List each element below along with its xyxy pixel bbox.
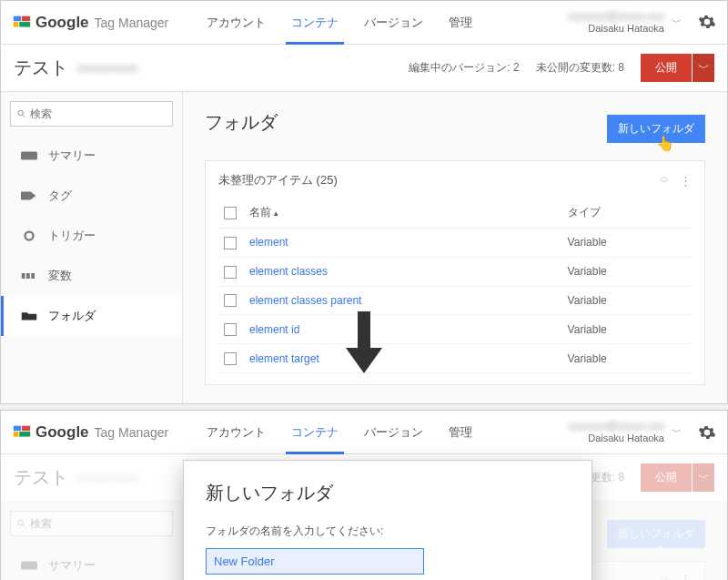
row-checkbox[interactable] bbox=[224, 294, 237, 307]
logo-google-text: Google bbox=[35, 423, 89, 442]
svg-rect-2 bbox=[14, 22, 19, 27]
svg-rect-10 bbox=[26, 273, 30, 279]
new-folder-button[interactable]: 新しいフォルダ 👆 bbox=[607, 115, 705, 143]
table-row[interactable]: element targetVariable bbox=[218, 344, 692, 373]
summary-icon bbox=[21, 560, 37, 571]
panel-header: 未整理のアイテム (25) ︿﹀ ⋮ bbox=[218, 172, 692, 188]
container-id-redacted: xxxxxxxxxxx bbox=[77, 62, 137, 75]
search-box[interactable] bbox=[10, 101, 173, 127]
row-name[interactable]: element classes bbox=[244, 257, 562, 286]
row-type: Variable bbox=[562, 257, 692, 286]
col-name[interactable]: 名前 bbox=[244, 198, 562, 229]
frame-after: Google Tag Manager アカウント コンテナ バージョン 管理 x… bbox=[0, 410, 728, 580]
variable-icon bbox=[21, 270, 37, 281]
header-right: xxxxxxx@xxxxx.xxx Daisaku Hataoka ﹀ bbox=[568, 420, 716, 445]
gtm-logo-icon bbox=[12, 13, 32, 33]
header-tabs: アカウント コンテナ バージョン 管理 bbox=[194, 411, 485, 454]
user-email-redacted: xxxxxxx@xxxxx.xxx bbox=[568, 420, 664, 432]
table-row[interactable]: elementVariable bbox=[218, 229, 692, 258]
account-switcher[interactable]: xxxxxxx@xxxxx.xxx Daisaku Hataoka bbox=[568, 10, 664, 36]
svg-marker-13 bbox=[346, 348, 382, 373]
more-vert-icon: ⋮ bbox=[680, 573, 692, 580]
sidebar-item-folders[interactable]: フォルダ bbox=[1, 296, 182, 336]
select-all-checkbox[interactable] bbox=[224, 207, 237, 219]
user-display-name: Daisaku Hataoka bbox=[588, 432, 664, 444]
row-type: Variable bbox=[562, 344, 692, 373]
sidebar-label: トリガー bbox=[48, 228, 96, 244]
row-checkbox[interactable] bbox=[224, 266, 237, 279]
table-row[interactable]: element classesVariable bbox=[218, 257, 692, 286]
publish-group: 公開 ﹀ bbox=[641, 463, 714, 492]
svg-rect-17 bbox=[19, 432, 30, 437]
arrow-down-icon bbox=[341, 311, 387, 375]
sidebar: サマリー タグ bbox=[1, 502, 183, 580]
svg-line-5 bbox=[23, 115, 25, 117]
svg-line-19 bbox=[23, 525, 25, 527]
row-checkbox[interactable] bbox=[224, 323, 237, 336]
top-header: Google Tag Manager アカウント コンテナ バージョン 管理 x… bbox=[1, 411, 727, 454]
header-tabs: アカウント コンテナ バージョン 管理 bbox=[194, 1, 485, 45]
table-row[interactable]: element idVariable bbox=[218, 315, 692, 344]
sidebar-item-triggers[interactable]: トリガー bbox=[1, 216, 182, 256]
gtm-logo-icon bbox=[12, 422, 32, 443]
svg-rect-14 bbox=[14, 425, 21, 431]
svg-rect-6 bbox=[21, 152, 37, 160]
search-icon bbox=[16, 517, 26, 530]
row-name[interactable]: element id bbox=[244, 315, 562, 344]
logo-google-text: Google bbox=[35, 14, 89, 32]
row-name[interactable]: element classes parent bbox=[244, 286, 562, 315]
publish-dropdown[interactable]: ﹀ bbox=[693, 54, 714, 82]
trigger-icon bbox=[21, 230, 37, 241]
row-name[interactable]: element target bbox=[244, 344, 562, 373]
gear-icon[interactable] bbox=[698, 423, 716, 442]
logo-product-text: Tag Manager bbox=[95, 15, 169, 30]
row-checkbox[interactable] bbox=[224, 352, 237, 365]
sidebar-label: 変数 bbox=[48, 268, 72, 284]
publish-button[interactable]: 公開 bbox=[641, 463, 692, 492]
unsorted-title: 未整理のアイテム (25) bbox=[218, 172, 338, 188]
search-icon bbox=[16, 107, 26, 120]
sidebar-item-summary: サマリー bbox=[1, 545, 182, 580]
publish-dropdown[interactable]: ﹀ bbox=[693, 463, 714, 492]
unsorted-panel: 未整理のアイテム (25) ︿﹀ ⋮ 名前 タイプ elementVariabl… bbox=[205, 160, 705, 385]
svg-rect-3 bbox=[19, 22, 30, 27]
row-type: Variable bbox=[562, 315, 692, 344]
container-id-redacted: xxxxxxxxxxx bbox=[77, 472, 137, 484]
svg-rect-9 bbox=[22, 273, 25, 279]
chevron-down-icon[interactable]: ﹀ bbox=[672, 15, 682, 29]
sidebar-item-summary[interactable]: サマリー bbox=[1, 136, 182, 176]
tab-admin[interactable]: 管理 bbox=[436, 411, 485, 454]
tab-account[interactable]: アカウント bbox=[194, 1, 278, 45]
tab-version[interactable]: バージョン bbox=[351, 1, 436, 45]
table-row[interactable]: element classes parentVariable bbox=[218, 286, 692, 315]
collapse-icon: ︿﹀ bbox=[660, 573, 669, 580]
svg-rect-0 bbox=[14, 15, 21, 21]
more-vert-icon[interactable]: ⋮ bbox=[680, 174, 692, 188]
tab-version[interactable]: バージョン bbox=[351, 411, 436, 454]
account-switcher[interactable]: xxxxxxx@xxxxx.xxx Daisaku Hataoka bbox=[568, 420, 664, 445]
svg-rect-12 bbox=[358, 311, 370, 351]
cursor-arrow-icon: ↖ bbox=[656, 542, 668, 559]
tab-admin[interactable]: 管理 bbox=[436, 1, 485, 45]
sidebar-label: フォルダ bbox=[48, 308, 96, 324]
folder-name-input[interactable] bbox=[206, 548, 424, 575]
sidebar-item-variables[interactable]: 変数 bbox=[1, 256, 182, 296]
collapse-icon[interactable]: ︿﹀ bbox=[660, 174, 669, 188]
sidebar-item-tags[interactable]: タグ bbox=[1, 176, 182, 216]
row-name[interactable]: element bbox=[244, 229, 562, 258]
tab-container[interactable]: コンテナ bbox=[278, 1, 351, 45]
svg-rect-20 bbox=[21, 562, 37, 570]
gear-icon[interactable] bbox=[698, 13, 716, 31]
tag-icon bbox=[21, 190, 37, 201]
publish-button[interactable]: 公開 bbox=[641, 54, 692, 82]
page-title: フォルダ bbox=[205, 110, 278, 135]
tab-container[interactable]: コンテナ bbox=[278, 411, 351, 454]
svg-rect-15 bbox=[22, 425, 30, 431]
row-checkbox[interactable] bbox=[224, 237, 237, 249]
dialog-label: フォルダの名前を入力してください: bbox=[206, 524, 570, 539]
chevron-down-icon[interactable]: ﹀ bbox=[672, 425, 682, 439]
col-type[interactable]: タイプ bbox=[562, 198, 692, 229]
sidebar-label: サマリー bbox=[48, 557, 96, 574]
search-input[interactable] bbox=[30, 107, 167, 120]
tab-account[interactable]: アカウント bbox=[194, 411, 278, 454]
